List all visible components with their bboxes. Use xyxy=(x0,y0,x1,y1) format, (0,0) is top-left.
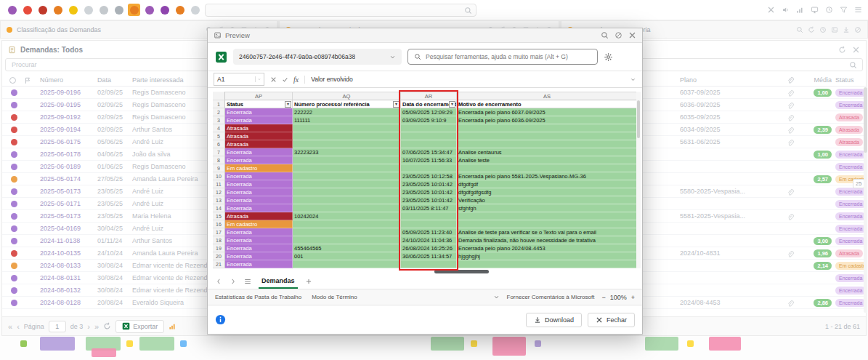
sheet-cell-date[interactable]: 23/05/2025 10:01:42 xyxy=(401,196,457,204)
sheet-col-AS[interactable]: AS xyxy=(457,92,638,100)
sheet-row-number[interactable]: 11 xyxy=(213,180,225,188)
col-plano[interactable]: Plano xyxy=(680,74,786,87)
sheet-cell-ref[interactable]: 001 xyxy=(293,252,401,260)
cell-name-box[interactable]: A1 xyxy=(214,73,264,86)
speaker-icon[interactable] xyxy=(782,6,790,14)
share-icon[interactable] xyxy=(169,322,177,330)
sheet-cell-ref[interactable]: 222222 xyxy=(293,108,401,116)
sheet-header-status[interactable]: Status▾ xyxy=(225,100,293,108)
sheet-row-number[interactable]: 16 xyxy=(213,220,225,228)
sheet-cell-date[interactable]: 10/07/2025 11:56:33 xyxy=(401,156,457,164)
sheet-row-number[interactable]: 5 xyxy=(213,132,225,140)
sheet-cell-date[interactable] xyxy=(401,140,457,148)
sheet-cell-date[interactable]: 03/09/2025 9:10:9 xyxy=(401,116,457,124)
row-numero[interactable]: 2024-08-0128 xyxy=(40,297,95,309)
sheet-cell-ref[interactable] xyxy=(293,156,401,164)
sheet-cell-date[interactable] xyxy=(401,220,457,228)
sheet-cell-motivo[interactable] xyxy=(457,132,638,140)
fx-icon[interactable]: fx xyxy=(293,76,299,84)
first-page-button[interactable]: « xyxy=(8,322,12,331)
panel-disable-icon[interactable] xyxy=(854,26,861,33)
panel-search-icon[interactable] xyxy=(796,26,803,33)
sheet-cell-date[interactable]: 30/06/2025 11:34:57 xyxy=(401,252,457,260)
sheet-row-number[interactable]: 1 xyxy=(213,100,225,108)
row-numero[interactable]: 2024-08-0131 xyxy=(40,272,95,284)
sheet-cell-ref[interactable]: 455464565 xyxy=(293,244,401,252)
col-media[interactable]: Média xyxy=(800,74,832,87)
cancel-entry-icon[interactable] xyxy=(270,76,277,83)
sheet-cell-status[interactable]: Encerrada xyxy=(225,148,293,156)
sheet-cell-ref[interactable] xyxy=(293,260,401,268)
sheet-cell-date[interactable] xyxy=(401,164,457,172)
sheet-cell-motivo[interactable] xyxy=(457,164,638,172)
menu-icon[interactable] xyxy=(854,6,862,14)
page-input[interactable] xyxy=(49,321,66,332)
row-numero[interactable]: 2025-06-0175 xyxy=(40,136,95,148)
next-sheet-icon[interactable] xyxy=(230,278,237,285)
panel-clock-icon[interactable] xyxy=(819,26,827,33)
sheet-cell-ref[interactable] xyxy=(293,124,401,132)
sheet-row-number[interactable]: 19 xyxy=(213,244,225,252)
sheet-cell-status[interactable]: Em cadastro xyxy=(225,164,293,172)
sheet-row-number[interactable]: 15 xyxy=(213,212,225,220)
preview-popout-icon[interactable] xyxy=(615,31,622,39)
sheet-row-number[interactable]: 8 xyxy=(213,156,225,164)
sheet-horizontal-scrollbar[interactable] xyxy=(213,268,635,274)
flag-icon[interactable] xyxy=(24,77,31,84)
prev-page-button[interactable]: ‹ xyxy=(17,322,20,331)
sheet-cell-date[interactable]: 03/11/2025 8:11:47 xyxy=(401,204,457,212)
sheet-cell-motivo[interactable]: Analise teste xyxy=(457,156,638,164)
sheet-vertical-scrollbar[interactable] xyxy=(636,92,641,268)
row-numero[interactable]: 2025-09-0192 xyxy=(40,111,95,124)
export-button[interactable]: Exportar xyxy=(115,320,164,333)
sheet-cell-status[interactable]: Encerrada xyxy=(225,228,293,236)
chevron-down-icon[interactable] xyxy=(493,294,500,300)
download-button[interactable]: Download xyxy=(526,313,582,327)
sheet-cell-motivo[interactable]: Analise de teste para verificar se o Tex… xyxy=(457,228,638,236)
row-numero[interactable]: 2025-09-0194 xyxy=(40,124,95,136)
row-numero[interactable]: 2025-04-0169 xyxy=(40,223,95,235)
col-numero[interactable]: Número xyxy=(40,74,95,87)
row-numero[interactable]: 2025-05-0174 xyxy=(40,173,95,185)
circle-icon[interactable] xyxy=(9,77,16,84)
sheet-cell-date[interactable] xyxy=(401,260,457,268)
sheet-cell-status[interactable]: Encerrada xyxy=(225,236,293,244)
workspace-dot[interactable] xyxy=(174,4,186,16)
workspace-dot[interactable] xyxy=(143,4,155,16)
sheet-cell-ref[interactable] xyxy=(293,236,401,244)
row-numero[interactable]: 2024-08-0132 xyxy=(40,284,95,297)
sheet-cell-date[interactable]: 24/10/2024 11:04:36 xyxy=(401,236,457,244)
filter-button[interactable]: ▾ xyxy=(449,101,455,108)
sheet-row-number[interactable]: 4 xyxy=(213,124,225,132)
sheet-cell-ref[interactable] xyxy=(293,228,401,236)
sheet-row-number[interactable]: 13 xyxy=(213,196,225,204)
sheet-cell-status[interactable]: Atrasada xyxy=(225,132,293,140)
next-page-button[interactable]: › xyxy=(87,322,90,331)
sheet-header-date[interactable]: Data do encerramento▾ xyxy=(401,100,457,108)
sheet-row-number[interactable]: 7 xyxy=(213,148,225,156)
sheet-cell-ref[interactable] xyxy=(293,220,401,228)
sheet-cell-status[interactable]: Encerrada xyxy=(225,188,293,196)
workspace-dot[interactable] xyxy=(97,4,110,16)
tools-search[interactable]: Pesquisar ferramentas, ajuda e muito mai… xyxy=(407,49,598,65)
sheet-cell-motivo[interactable] xyxy=(457,260,638,268)
row-numero[interactable]: 2024-11-0138 xyxy=(40,235,95,247)
sheet-cell-date[interactable]: 26/08/2024 16:25:26 xyxy=(401,244,457,252)
signal-icon[interactable] xyxy=(796,6,804,14)
sheet-cell-ref[interactable] xyxy=(293,196,401,204)
prev-sheet-icon[interactable] xyxy=(215,278,222,285)
workspace-dot[interactable] xyxy=(113,4,125,16)
sheet-cell-ref[interactable]: 111111 xyxy=(293,116,401,124)
sheet-cell-motivo[interactable]: Verificação xyxy=(457,196,638,204)
add-sheet-icon[interactable] xyxy=(305,278,312,285)
sheet-cell-ref[interactable] xyxy=(293,132,401,140)
row-numero[interactable]: 2025-05-0171 xyxy=(40,198,95,210)
sheet-row-number[interactable]: 9 xyxy=(213,164,225,172)
row-numero[interactable]: 2025-05-0173 xyxy=(40,210,95,223)
refresh-icon[interactable] xyxy=(838,46,846,54)
zoom-out-button[interactable]: − xyxy=(601,294,605,301)
col-status[interactable]: Status xyxy=(835,74,868,87)
zoom-level[interactable]: 100% xyxy=(610,294,627,301)
sheet-cell-ref[interactable]: 32223233 xyxy=(293,148,401,156)
sheet-cell-ref[interactable]: 10242024 xyxy=(293,212,401,220)
